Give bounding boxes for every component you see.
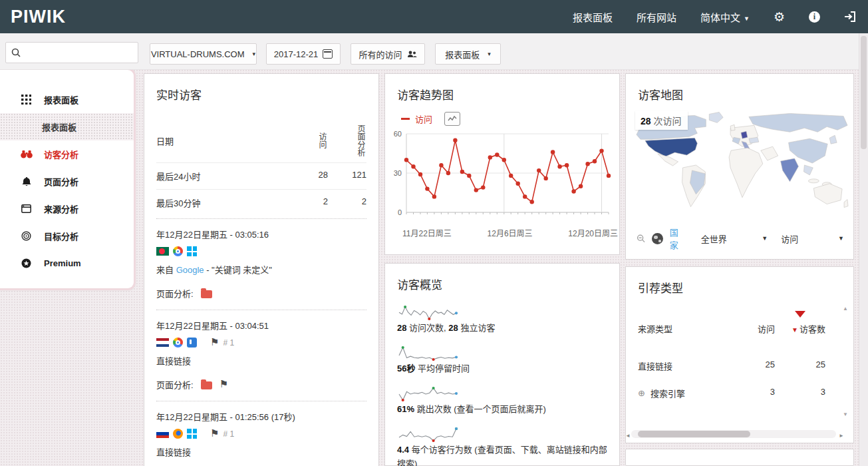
trend-point[interactable]	[411, 164, 415, 168]
trend-point[interactable]	[425, 186, 429, 190]
grid-icon	[20, 95, 33, 105]
page-scrollbar[interactable]	[859, 33, 868, 466]
zoom-out-icon[interactable]	[637, 233, 645, 244]
trend-point[interactable]	[530, 200, 534, 204]
country-russia[interactable]	[749, 113, 847, 132]
referrer-row[interactable]: ⊕搜索引擎33	[638, 379, 825, 407]
table-row: 最后30分钟 2 2	[156, 189, 366, 216]
sparkline[interactable]	[397, 345, 458, 362]
country-australia[interactable]	[813, 184, 842, 204]
scroll-up-arrow[interactable]: ▲	[843, 306, 848, 312]
trend-point[interactable]	[516, 182, 520, 186]
piwik-logo: PIWIK	[11, 7, 66, 27]
sparkline[interactable]	[397, 385, 458, 403]
sparkline[interactable]	[397, 426, 458, 443]
pageview-folder-icon[interactable]	[201, 381, 212, 389]
referrer-link[interactable]: Google	[176, 265, 204, 275]
trend-point[interactable]	[446, 171, 450, 175]
sidebar-item-referrers[interactable]: 来源分析	[0, 195, 134, 222]
continent-africa[interactable]	[729, 148, 763, 198]
column-visitors[interactable]: ▼访客数	[775, 322, 825, 335]
search-input[interactable]	[5, 42, 138, 63]
country-greenland[interactable]	[709, 112, 723, 122]
sidebar-item-dashboard-sub[interactable]: 报表面板	[0, 113, 134, 140]
trend-point[interactable]	[565, 163, 569, 167]
site-selector[interactable]: VIRTUAL-DRUMS.COM▾	[150, 43, 257, 65]
island-indonesia[interactable]	[808, 179, 819, 183]
dashboard-selector[interactable]: 报表面板▾	[435, 43, 501, 65]
scrollbar-thumb[interactable]	[638, 431, 750, 437]
sparkline[interactable]	[397, 304, 458, 322]
sort-desc-icon: ▼	[792, 326, 798, 334]
pageview-folder-icon[interactable]	[201, 290, 212, 298]
nav-all-websites[interactable]: 所有网站	[637, 10, 676, 24]
trend-point[interactable]	[551, 150, 555, 154]
country-japan[interactable]	[829, 135, 837, 144]
island-nz[interactable]	[844, 200, 848, 208]
trend-point[interactable]	[509, 174, 513, 178]
trend-point[interactable]	[460, 170, 464, 174]
trend-point[interactable]	[607, 174, 611, 178]
trend-point[interactable]	[474, 188, 478, 192]
country-uk[interactable]	[730, 124, 735, 130]
referrer-type-label: 直接链接	[638, 359, 672, 372]
x-axis-labels: 11月22日周三 12月6日周三 12月20日周三	[402, 227, 618, 238]
column-referrer-type[interactable]: 来源类型	[638, 322, 734, 335]
country-usa[interactable]	[645, 138, 698, 156]
referrer-row[interactable]: 直接链接2525	[638, 352, 825, 379]
trend-point[interactable]	[404, 158, 408, 162]
trend-point[interactable]	[481, 185, 485, 189]
nav-dashboard[interactable]: 报表面板	[573, 10, 613, 24]
trend-point[interactable]	[585, 162, 589, 166]
globe-icon[interactable]	[652, 233, 663, 244]
horizontal-scrollbar[interactable]	[631, 430, 836, 438]
date-selector[interactable]: 2017-12-21	[266, 43, 341, 65]
sidebar-item-goals[interactable]: 目标分析	[0, 222, 134, 250]
trend-point[interactable]	[593, 159, 597, 163]
trend-point[interactable]	[418, 172, 422, 176]
map-level-link[interactable]: 国家	[670, 226, 684, 251]
trend-point[interactable]	[544, 176, 548, 180]
scroll-left-arrow[interactable]: ◄	[625, 433, 631, 439]
scroll-right-arrow[interactable]: ►	[839, 433, 844, 439]
column-visits[interactable]: 访问	[734, 322, 775, 335]
sidebar-item-premium[interactable]: Premium	[0, 250, 134, 277]
trend-point[interactable]	[502, 158, 506, 162]
sidebar-item-visitors[interactable]: 访客分析	[0, 140, 134, 168]
trend-point[interactable]	[599, 148, 603, 152]
filter-funnel-icon[interactable]	[795, 311, 805, 318]
vertical-scrollbar[interactable]: ▲▼	[841, 306, 850, 417]
trend-point[interactable]	[523, 194, 527, 198]
trend-point[interactable]	[571, 189, 575, 193]
trend-point[interactable]	[495, 152, 499, 156]
trend-point[interactable]	[579, 184, 583, 188]
trend-point[interactable]	[467, 174, 471, 178]
logout-icon[interactable]	[844, 11, 856, 22]
gear-icon[interactable]: ⚙	[774, 11, 785, 23]
trend-point[interactable]	[432, 194, 436, 198]
region-se-asia[interactable]	[803, 165, 813, 175]
country-germany[interactable]	[741, 131, 748, 138]
expand-icon[interactable]: ⊕	[638, 388, 645, 398]
segment-selector[interactable]: 所有的访问	[351, 43, 425, 65]
export-image-icon[interactable]	[444, 112, 460, 126]
page-scrollbar-thumb[interactable]	[861, 36, 867, 149]
trend-point[interactable]	[557, 164, 561, 168]
trend-point[interactable]	[439, 163, 443, 167]
macos-icon	[187, 338, 197, 348]
sidebar-item-pages[interactable]: 页面分析	[0, 168, 134, 195]
widget-visitor-overview: 访客概览 28 访问次数, 28 独立访客56秒 平均停留时间61% 跳出次数 …	[384, 263, 620, 466]
map-metric-select[interactable]: 访问▼	[781, 232, 844, 245]
widget-realtime-visitors: 实时访客 日期 访问 页面分析 最后24小时 28 121 最后30分钟 2 2…	[144, 73, 379, 466]
chevron-down-icon: ▾	[253, 51, 256, 57]
sidebar-item-dashboard[interactable]: 报表面板	[0, 86, 134, 113]
trend-point[interactable]	[488, 155, 492, 159]
trend-point[interactable]	[537, 168, 541, 172]
info-icon[interactable]: i	[809, 11, 820, 23]
scroll-down-arrow[interactable]: ▼	[843, 411, 848, 417]
trend-point[interactable]	[453, 138, 457, 142]
region-middle-east[interactable]	[761, 146, 778, 160]
country-india[interactable]	[781, 158, 799, 182]
nav-language-selector[interactable]: 简体中文▼	[700, 10, 750, 24]
map-region-select[interactable]: 全世界▼	[701, 232, 768, 245]
